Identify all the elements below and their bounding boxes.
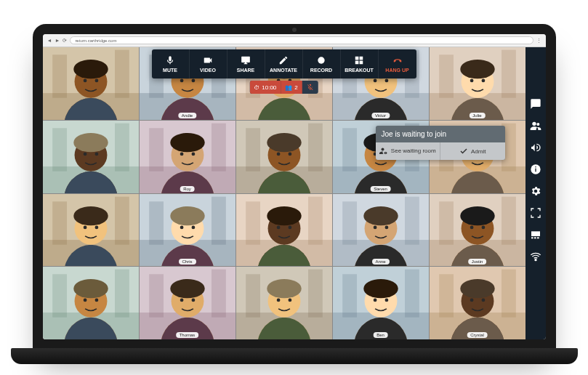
svg-rect-119 [212,196,226,244]
see-waiting-room-button[interactable]: See waiting room [376,142,441,160]
mic-mute-indicator[interactable] [302,81,318,94]
waiting-actions: See waiting room Admit [376,142,505,160]
svg-point-153 [460,206,495,225]
settings-button[interactable] [530,185,541,197]
breakout-button[interactable]: BREAKOUT [341,49,379,78]
svg-point-0 [318,57,324,63]
participant-tile[interactable]: Anne [333,194,429,267]
participant-video [43,47,139,120]
announce-button[interactable] [530,142,541,153]
svg-point-113 [73,206,108,225]
admit-button[interactable]: Admit [440,142,505,160]
chat-button[interactable] [530,98,541,110]
svg-rect-149 [502,196,516,244]
participant-tile[interactable]: Julie [430,47,525,120]
svg-point-63 [73,133,108,152]
participant-count-segment: 👥 2 [281,81,302,94]
url-input[interactable]: return.carthridge.com [70,36,533,44]
svg-point-175 [191,299,195,302]
svg-rect-88 [342,128,357,171]
participant-tile[interactable] [43,194,139,267]
svg-point-135 [288,225,291,229]
participant-tile[interactable] [236,267,332,339]
info-button[interactable] [530,164,541,175]
browser-menu-icon[interactable]: ⋮ [536,38,541,44]
svg-rect-118 [149,201,164,244]
svg-point-83 [267,133,302,152]
participant-tile[interactable] [43,267,139,339]
mute-button[interactable]: MUTE [152,49,190,78]
participant-name: Anne [371,259,389,265]
participant-name: Justin [468,259,487,265]
participant-name: Steven [370,186,391,192]
annotate-button[interactable]: ANNOTATE [265,49,303,78]
nav-back-icon[interactable]: ◄ [47,38,52,43]
svg-rect-128 [246,201,260,244]
layout-button[interactable] [530,229,541,241]
svg-rect-59 [115,123,129,171]
svg-rect-1 [355,57,359,60]
annotate-label: ANNOTATE [270,68,297,73]
svg-rect-210 [535,166,536,167]
checkmark-icon [459,147,468,156]
svg-rect-69 [212,123,226,171]
grid-icon [354,55,364,65]
participant-tile[interactable]: Roy [140,121,235,193]
participant-tile[interactable] [236,194,332,267]
participant-video [43,194,139,267]
share-button[interactable]: SHARE [227,49,265,78]
gear-icon [530,185,541,197]
participant-tile[interactable] [43,47,139,120]
svg-rect-58 [52,128,67,171]
svg-rect-68 [149,128,164,171]
svg-point-163 [73,279,108,298]
participant-tile[interactable]: Justin [430,194,525,267]
see-waiting-room-label: See waiting room [391,148,436,155]
side-panel [525,47,546,339]
nav-reload-icon[interactable]: ⟳ [63,38,67,44]
svg-rect-179 [308,270,323,318]
participant-tile[interactable]: Crystal [430,267,525,339]
fullscreen-button[interactable] [530,207,541,219]
participant-tile[interactable] [43,121,139,193]
svg-rect-138 [342,201,357,244]
timer-value: 10:00 [262,84,276,91]
screen: ◄ ► ⟳ return.carthridge.com ⋮ MUTE VIDEO [43,34,546,339]
svg-rect-211 [531,231,540,236]
participant-tile[interactable]: Ben [333,267,429,339]
svg-point-203 [460,279,495,298]
participant-tile[interactable]: Thomas [140,267,235,339]
video-button[interactable]: VIDEO [190,49,227,78]
participant-name: Crystal [467,332,488,338]
svg-point-15 [94,79,98,83]
participant-video [140,121,235,193]
svg-point-75 [191,152,195,156]
participant-tile[interactable] [236,121,332,193]
svg-point-74 [180,152,183,156]
monitor-icon [241,55,251,65]
svg-point-207 [536,123,539,126]
hangup-button[interactable]: HANG UP [379,49,416,78]
participant-tile[interactable]: Chris [140,194,235,267]
svg-rect-49 [502,50,516,98]
svg-point-25 [191,79,195,83]
svg-rect-78 [246,128,260,171]
main-toolbar: MUTE VIDEO SHARE ANNOTATE [152,49,416,78]
participant-video [430,194,525,267]
svg-rect-198 [439,275,454,318]
breakout-label: BREAKOUT [345,68,374,73]
svg-point-84 [276,152,280,156]
waiting-room-popup: Joe is waiting to join See waiting room … [376,126,505,160]
content: MUTE VIDEO SHARE ANNOTATE [43,47,546,339]
participants-button[interactable] [530,120,541,132]
svg-point-13 [73,60,108,78]
svg-rect-129 [308,196,323,244]
chat-icon [530,98,541,110]
record-button[interactable]: RECORD [303,49,341,78]
nav-fwd-icon[interactable]: ► [55,38,60,43]
svg-rect-3 [355,61,359,65]
svg-point-145 [384,225,388,229]
svg-rect-169 [212,270,226,318]
connection-button[interactable] [530,251,541,262]
svg-point-85 [288,152,291,156]
